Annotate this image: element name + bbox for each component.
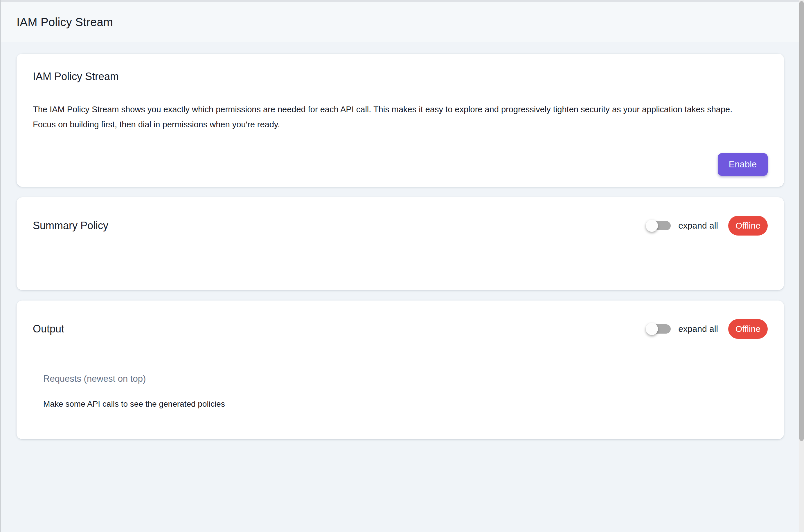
requests-section: Requests (newest on top) Make some API c… [17, 374, 784, 439]
requests-empty-message: Make some API calls to see the generated… [33, 399, 768, 439]
toggle-knob [646, 220, 658, 232]
intro-card-actions: Enable [33, 153, 768, 176]
intro-card-description: The IAM Policy Stream shows you exactly … [33, 102, 753, 132]
summary-policy-header-row: Summary Policy expand all Offline [17, 197, 784, 235]
intro-card: IAM Policy Stream The IAM Policy Stream … [17, 54, 784, 187]
enable-button[interactable]: Enable [718, 153, 768, 176]
page-header: IAM Policy Stream [0, 2, 804, 42]
toggle-knob [646, 323, 658, 335]
summary-policy-card: Summary Policy expand all Offline [17, 197, 784, 290]
output-expand-all-label: expand all [678, 324, 718, 334]
requests-divider [33, 393, 768, 393]
output-controls: expand all Offline [646, 319, 768, 339]
page-title: IAM Policy Stream [17, 16, 113, 29]
window-left-edge [0, 0, 1, 532]
scrollbar-thumb[interactable] [799, 1, 804, 441]
requests-section-heading: Requests (newest on top) [33, 374, 768, 384]
scrollbar-track[interactable] [799, 0, 804, 532]
output-heading: Output [33, 323, 64, 335]
output-header-row: Output expand all Offline [17, 301, 784, 339]
summary-policy-controls: expand all Offline [646, 216, 768, 235]
output-card: Output expand all Offline Requests (newe… [17, 301, 784, 439]
summary-status-badge: Offline [728, 216, 768, 235]
summary-policy-heading: Summary Policy [33, 220, 108, 232]
window-top-band [0, 0, 799, 2]
main-content: IAM Policy Stream The IAM Policy Stream … [0, 42, 804, 439]
output-status-badge: Offline [728, 319, 768, 339]
intro-card-heading: IAM Policy Stream [33, 71, 768, 83]
summary-expand-toggle[interactable] [646, 221, 671, 230]
output-expand-toggle[interactable] [646, 324, 671, 334]
summary-expand-all-label: expand all [678, 221, 718, 231]
